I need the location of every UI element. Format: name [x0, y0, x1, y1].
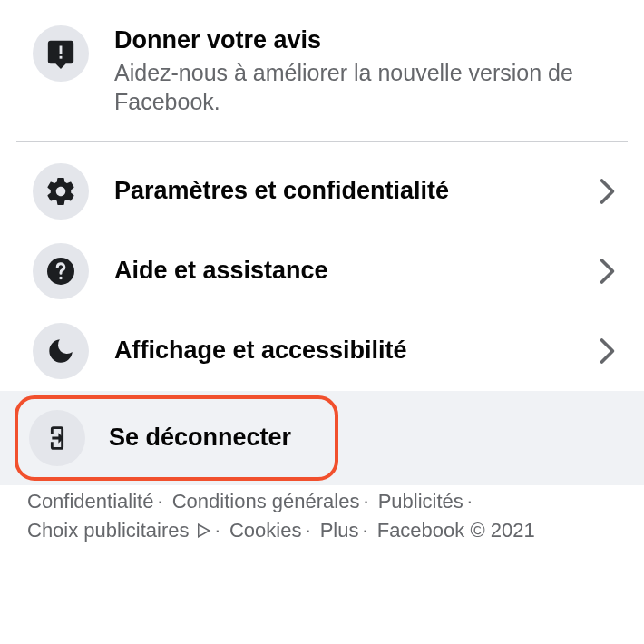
feedback-subtitle: Aidez-nous à améliorer la nouvelle versi… — [114, 58, 622, 116]
footer-more[interactable]: Plus — [320, 519, 359, 542]
feedback-title: Donner votre avis — [114, 25, 622, 56]
footer-copyright: Facebook © 2021 — [377, 519, 535, 542]
logout-row[interactable]: Se déconnecter — [0, 391, 644, 485]
help-item[interactable]: Aide et assistance — [0, 231, 644, 311]
help-text: Aide et assistance — [114, 256, 590, 287]
svg-point-3 — [59, 276, 63, 279]
divider — [16, 141, 628, 142]
settings-label: Paramètres et confidentialité — [114, 176, 590, 207]
settings-item[interactable]: Paramètres et confidentialité — [0, 151, 644, 231]
footer-links: Confidentialité· Conditions générales· P… — [0, 485, 644, 545]
svg-marker-4 — [198, 524, 209, 537]
logout-highlight: Se déconnecter — [15, 395, 338, 481]
footer-privacy[interactable]: Confidentialité — [27, 490, 153, 512]
footer-terms[interactable]: Conditions générales — [172, 490, 360, 512]
display-text: Affichage et accessibilité — [114, 336, 590, 366]
footer-ads[interactable]: Publicités — [378, 490, 463, 512]
svg-rect-1 — [60, 56, 63, 59]
feedback-text: Donner votre avis Aidez-nous à améliorer… — [114, 25, 622, 116]
display-label: Affichage et accessibilité — [114, 336, 590, 366]
footer-adchoices[interactable]: Choix publicitaires — [27, 519, 211, 542]
help-label: Aide et assistance — [114, 256, 590, 287]
help-icon — [33, 243, 89, 299]
feedback-item[interactable]: Donner votre avis Aidez-nous à améliorer… — [0, 0, 644, 141]
moon-icon — [33, 323, 89, 379]
display-item[interactable]: Affichage et accessibilité — [0, 311, 644, 391]
logout-icon — [29, 410, 85, 466]
logout-label: Se déconnecter — [109, 423, 291, 454]
footer-cookies[interactable]: Cookies — [229, 519, 301, 542]
adchoices-icon — [195, 522, 211, 539]
gear-icon — [33, 163, 89, 220]
chevron-right-icon — [590, 335, 622, 367]
settings-text: Paramètres et confidentialité — [114, 176, 590, 207]
chevron-right-icon — [590, 255, 622, 288]
feedback-icon — [33, 25, 89, 82]
chevron-right-icon — [590, 175, 622, 208]
svg-rect-0 — [60, 46, 63, 54]
